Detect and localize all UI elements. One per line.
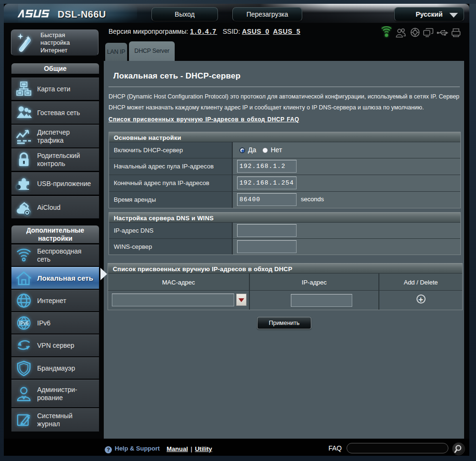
svg-text:IPv6: IPv6 [19, 321, 29, 326]
